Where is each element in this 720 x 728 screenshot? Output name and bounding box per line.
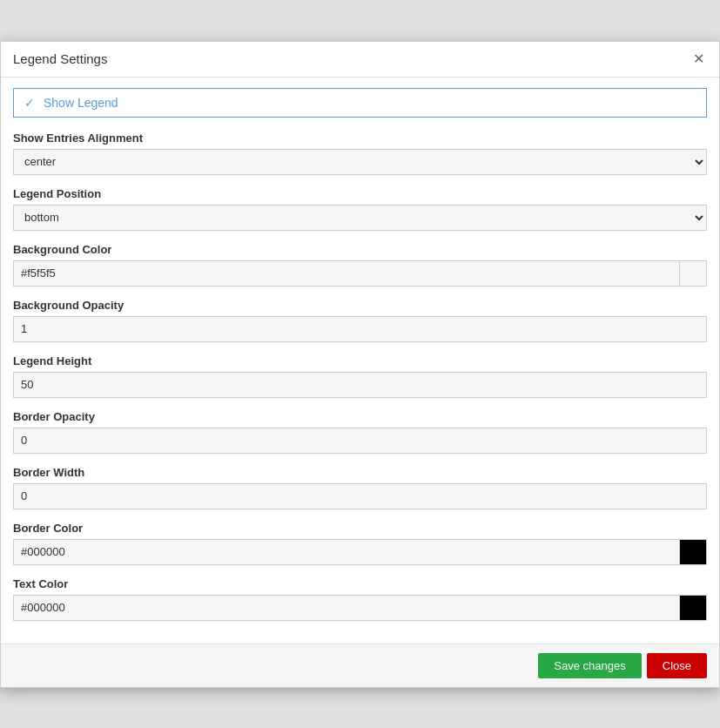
legend-position-group: Legend Position bottom top left right [13, 187, 707, 231]
background-opacity-label: Background Opacity [13, 299, 707, 312]
checkmark-icon: ✓ [24, 96, 35, 110]
border-color-input[interactable] [13, 539, 679, 565]
text-color-swatch[interactable] [679, 595, 707, 621]
background-color-group: Background Color [13, 243, 707, 286]
dialog-close-icon[interactable]: ✕ [690, 51, 707, 68]
background-color-label: Background Color [13, 243, 707, 256]
dialog-footer: Save changes Close [1, 644, 719, 687]
show-legend-label: Show Legend [44, 96, 118, 110]
text-color-input[interactable] [13, 595, 679, 621]
border-color-label: Border Color [13, 522, 707, 535]
border-width-input[interactable] [13, 483, 707, 509]
legend-settings-dialog: Legend Settings ✕ ✓ Show Legend Show Ent… [0, 41, 720, 688]
dialog-header: Legend Settings ✕ [1, 42, 719, 78]
dialog-title: Legend Settings [13, 51, 107, 66]
show-entries-alignment-group: Show Entries Alignment center left right [13, 131, 707, 175]
border-color-swatch[interactable] [679, 539, 707, 565]
border-opacity-label: Border Opacity [13, 410, 707, 423]
legend-height-input[interactable] [13, 372, 707, 398]
border-width-group: Border Width [13, 466, 707, 509]
background-opacity-input[interactable] [13, 316, 707, 342]
legend-height-label: Legend Height [13, 354, 707, 367]
border-opacity-input[interactable] [13, 428, 707, 454]
dialog-body: ✓ Show Legend Show Entries Alignment cen… [1, 78, 719, 644]
border-color-wrapper [13, 539, 707, 565]
show-entries-alignment-select[interactable]: center left right [13, 149, 707, 175]
background-color-input[interactable] [13, 260, 679, 286]
close-button[interactable]: Close [647, 653, 707, 678]
background-color-swatch[interactable] [679, 260, 707, 286]
show-entries-alignment-label: Show Entries Alignment [13, 131, 707, 145]
save-changes-button[interactable]: Save changes [538, 653, 641, 678]
border-width-label: Border Width [13, 466, 707, 479]
legend-height-group: Legend Height [13, 354, 707, 398]
border-opacity-group: Border Opacity [13, 410, 707, 454]
text-color-group: Text Color [13, 577, 707, 621]
background-opacity-group: Background Opacity [13, 299, 707, 342]
legend-position-label: Legend Position [13, 187, 707, 200]
border-color-group: Border Color [13, 522, 707, 565]
text-color-wrapper [13, 595, 707, 621]
background-color-wrapper [13, 260, 707, 286]
legend-position-select[interactable]: bottom top left right [13, 205, 707, 231]
show-legend-toggle[interactable]: ✓ Show Legend [13, 88, 707, 118]
text-color-label: Text Color [13, 577, 707, 590]
